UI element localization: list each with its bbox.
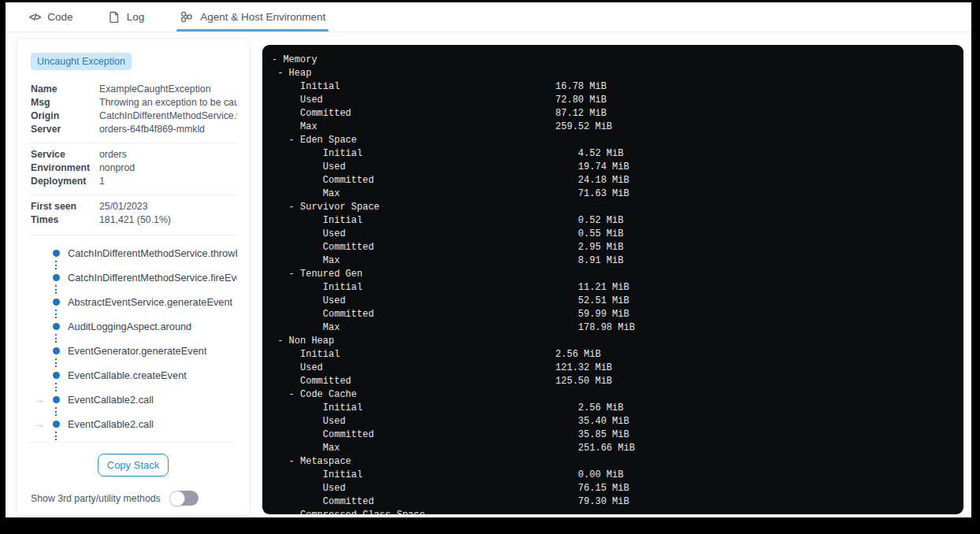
stack-frame-label: EventCallable2.call <box>68 418 154 430</box>
agent-host-icon <box>180 10 193 24</box>
frame-marker-icon <box>53 421 60 428</box>
app-window: </> Code Log Agent & Host Enviro <box>6 2 971 517</box>
detail-value: CatchInDifferentMethodService.throwExcep <box>99 109 237 123</box>
memory-metric-line: Used 19.74 MiB <box>272 161 952 174</box>
memory-metric-line: Max 8.91 MiB <box>272 254 952 268</box>
tab-agent-host-environment[interactable]: Agent & Host Environment <box>180 2 325 32</box>
stack-trace-list: CatchInDifferentMethodService.throwEx...… <box>29 235 237 442</box>
stack-frame-label: EventCallable.createEvent <box>68 369 187 381</box>
memory-metric-line: Max 251.66 MiB <box>272 442 952 455</box>
detail-group: ServiceordersEnvironmentnonprodDeploymen… <box>29 143 237 195</box>
memory-metric-line: Committed 79.30 MiB <box>272 495 952 509</box>
stack-frame[interactable]: →EventCallable2.call <box>29 416 237 432</box>
memory-metric-line: Used 52.51 MiB <box>272 295 952 308</box>
detail-label: Msg <box>31 96 99 109</box>
detail-label: Times <box>31 213 99 227</box>
stack-frame-label: AuditLoggingAspect.around <box>68 321 191 332</box>
tab-bar: </> Code Log Agent & Host Enviro <box>6 2 971 32</box>
frame-marker-icon <box>53 299 60 306</box>
third-party-toggle[interactable] <box>170 491 199 506</box>
stack-frame-label: CatchInDifferentMethodService.fireEvent <box>68 272 237 284</box>
stack-connector <box>55 334 237 343</box>
detail-row: Times181,421 (50.1%) <box>31 213 237 227</box>
tab-code[interactable]: </> Code <box>29 2 73 32</box>
memory-branch-line[interactable]: - Metaspace <box>272 455 952 469</box>
stack-frame[interactable]: CatchInDifferentMethodService.fireEvent <box>29 269 237 285</box>
frame-marker-icon <box>53 323 60 330</box>
detail-value: 25/01/2023 <box>99 200 237 213</box>
exception-details-card: Uncaught Exception NameExampleCaughtExce… <box>16 38 251 516</box>
detail-label: Origin <box>31 109 99 123</box>
detail-row: Serviceorders <box>31 148 237 161</box>
memory-branch-line[interactable]: - Compressed Class Space <box>272 509 952 514</box>
detail-label: Environment <box>31 161 99 175</box>
detail-value: ExampleCaughtException <box>99 83 237 96</box>
tab-label: Code <box>47 11 72 23</box>
memory-metric-line: Initial 11.21 MiB <box>272 281 952 295</box>
memory-branch-line[interactable]: - Eden Space <box>272 134 952 147</box>
stack-frame[interactable]: EventCallable.createEvent <box>29 367 237 383</box>
memory-branch-line[interactable]: - Heap <box>272 67 952 80</box>
memory-metric-line: Max 71.63 MiB <box>272 187 952 201</box>
stack-connector <box>55 383 237 391</box>
stack-frame-label: AbstractEventService.generateEvent <box>68 296 232 308</box>
current-frame-arrow-icon: → <box>34 418 45 429</box>
memory-metric-line: Initial 0.52 MiB <box>272 214 952 228</box>
memory-metric-line: Committed 59.99 MiB <box>272 308 952 321</box>
detail-row: MsgThrowing an exception to be caught by… <box>31 96 237 109</box>
detail-group: NameExampleCaughtExceptionMsgThrowing an… <box>29 78 237 143</box>
memory-metric-line: Committed 24.18 MiB <box>272 174 952 187</box>
stack-connector <box>55 261 237 269</box>
toggle-label: Show 3rd party/utility methods <box>31 493 161 504</box>
memory-branch-line[interactable]: - Code Cache <box>272 388 952 402</box>
detail-value: Throwing an exception to be caught by a … <box>99 96 237 109</box>
tab-label: Agent & Host Environment <box>200 11 325 23</box>
stack-frame[interactable]: →EventCallable2.call <box>29 391 237 407</box>
memory-metric-line: Initial 4.52 MiB <box>272 147 952 161</box>
frame-marker-icon <box>53 250 60 257</box>
memory-metric-line: Initial 2.56 MiB <box>272 348 952 362</box>
memory-metric-line: Used 35.40 MiB <box>272 415 952 428</box>
stack-frame[interactable]: CatchInDifferentMethodService.throwEx... <box>29 245 237 261</box>
stack-connector <box>55 432 237 440</box>
current-frame-arrow-icon: → <box>34 394 45 405</box>
exception-detail-groups: NameExampleCaughtExceptionMsgThrowing an… <box>29 78 237 233</box>
stack-frame[interactable]: EventGenerator.generateEvent <box>29 343 237 358</box>
stack-frame[interactable]: pool-2-thread-3 <box>29 440 237 442</box>
stack-connector <box>55 407 237 416</box>
detail-label: Deployment <box>31 175 99 188</box>
detail-value: orders <box>99 148 237 161</box>
tab-log[interactable]: Log <box>109 2 145 32</box>
memory-metric-line: Committed 2.95 MiB <box>272 241 952 254</box>
detail-row: First seen25/01/2023 <box>31 200 237 213</box>
stack-frame-label: CatchInDifferentMethodService.throwEx... <box>68 247 237 259</box>
detail-label: Server <box>31 123 99 136</box>
memory-branch-line[interactable]: - Tenured Gen <box>272 268 952 281</box>
toggle-knob <box>169 491 185 506</box>
memory-metric-line: Used 72.80 MiB <box>272 94 952 107</box>
memory-metric-line: Initial 0.00 MiB <box>272 469 952 482</box>
memory-tree-panel: - Memory - Heap Initial 16.78 MiB Used 7… <box>262 45 963 514</box>
memory-branch-line[interactable]: - Survivor Space <box>272 201 952 214</box>
memory-metric-line: Initial 16.78 MiB <box>272 80 952 94</box>
detail-row: NameExampleCaughtException <box>31 83 237 96</box>
frame-marker-icon <box>53 347 60 354</box>
detail-value: nonprod <box>99 161 237 175</box>
detail-value: 181,421 (50.1%) <box>99 213 237 227</box>
memory-metric-line: Max 178.98 MiB <box>272 321 952 335</box>
stack-frame[interactable]: AuditLoggingAspect.around <box>29 318 237 334</box>
stack-frame[interactable]: AbstractEventService.generateEvent <box>29 294 237 310</box>
detail-label: Name <box>31 83 99 96</box>
memory-branch-line[interactable]: - Non Heap <box>272 335 952 348</box>
detail-row: Serverorders-64fb4f869-mmkld <box>31 123 237 136</box>
frame-marker-icon <box>53 274 60 281</box>
stack-connector <box>55 285 237 294</box>
memory-metric-line: Used 0.55 MiB <box>272 228 952 241</box>
detail-group: First seen25/01/2023Times181,421 (50.1%) <box>29 195 237 233</box>
copy-stack-button[interactable]: Copy Stack <box>98 454 169 477</box>
detail-row: Environmentnonprod <box>31 161 237 175</box>
memory-branch-line[interactable]: - Memory <box>272 54 952 67</box>
code-icon: </> <box>29 12 40 23</box>
memory-metric-line: Used 76.15 MiB <box>272 482 952 495</box>
exception-type-badge: Uncaught Exception <box>31 53 132 70</box>
